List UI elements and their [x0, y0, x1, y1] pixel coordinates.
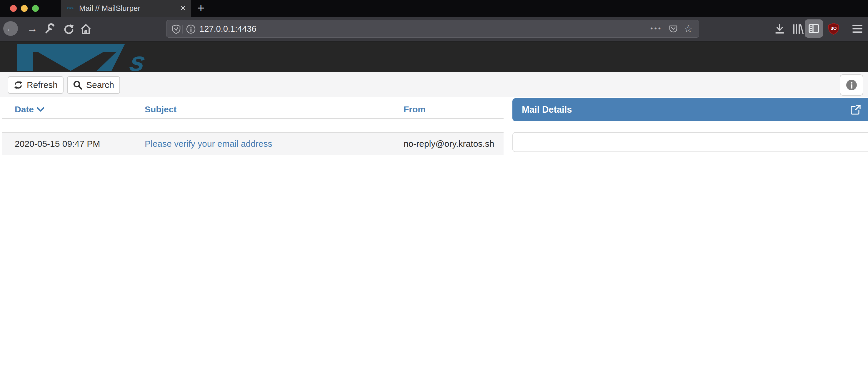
table-row-empty — [2, 119, 503, 132]
mailslurper-logo: s — [8, 43, 167, 72]
table-row[interactable]: 2020-05-15 09:47 PM Please verify your e… — [2, 133, 503, 155]
svg-text:uO: uO — [831, 26, 837, 31]
svg-text:s: s — [128, 47, 148, 72]
home-button[interactable] — [80, 23, 92, 35]
refresh-button-label: Refresh — [27, 80, 58, 90]
bookmark-star-icon[interactable]: ☆ — [684, 20, 693, 37]
mailslurper-favicon: s — [67, 5, 75, 12]
tab-close-icon[interactable]: × — [177, 0, 189, 16]
mailslurper-header: s — [0, 41, 868, 72]
new-tab-button[interactable]: + — [194, 0, 208, 16]
column-header-subject[interactable]: Subject — [145, 103, 177, 116]
macos-close-button[interactable] — [10, 5, 17, 12]
svg-text:s: s — [73, 8, 75, 9]
column-header-date[interactable]: Date — [15, 103, 44, 116]
site-info-icon[interactable] — [186, 24, 196, 34]
sidebar-icon — [808, 23, 820, 34]
back-button[interactable]: ← — [3, 21, 18, 36]
info-icon — [846, 79, 858, 91]
page-actions-icon[interactable]: ••• — [650, 20, 662, 37]
browser-toolbar: ← → 127.0.0.1:4436 ••• — [0, 17, 868, 41]
downloads-icon[interactable] — [774, 23, 785, 35]
mail-date-cell: 2020-05-15 09:47 PM — [15, 133, 100, 155]
refresh-button[interactable]: Refresh — [8, 76, 64, 94]
browser-tab[interactable]: s Mail // MailSlurper × — [61, 0, 191, 17]
sidebar-toggle-button[interactable] — [805, 20, 823, 38]
info-button[interactable] — [840, 74, 863, 96]
search-icon — [73, 80, 82, 90]
refresh-icon — [13, 80, 23, 90]
macos-zoom-button[interactable] — [32, 5, 39, 12]
reload-button[interactable] — [62, 23, 74, 35]
mail-subject-link[interactable]: Please verify your email address — [145, 133, 272, 155]
url-text[interactable]: 127.0.0.1:4436 — [199, 20, 256, 37]
back-arrow-icon: ← — [6, 23, 16, 34]
ublock-origin-icon[interactable]: uO — [828, 23, 839, 35]
mail-details-header: Mail Details — [513, 98, 868, 121]
urlbar-separator — [182, 25, 183, 33]
wrench-icon[interactable] — [43, 23, 55, 35]
pocket-icon[interactable] — [668, 24, 678, 34]
sort-desc-chevron-icon — [37, 107, 44, 112]
tracking-protection-shield-icon[interactable] — [171, 24, 181, 34]
search-button-label: Search — [86, 80, 114, 90]
forward-button[interactable]: → — [25, 21, 39, 36]
toolbar-separator — [845, 18, 845, 39]
mail-from-cell: no-reply@ory.kratos.sh — [404, 133, 494, 155]
column-header-from[interactable]: From — [404, 103, 426, 116]
menu-button[interactable] — [852, 25, 862, 35]
app-toolbar: Refresh Search — [0, 72, 868, 97]
library-icon[interactable] — [792, 23, 804, 35]
mail-details-title: Mail Details — [522, 98, 572, 121]
address-bar[interactable]: 127.0.0.1:4436 ••• ☆ — [166, 20, 699, 38]
tab-title: Mail // MailSlurper — [79, 0, 140, 17]
tab-bar: s Mail // MailSlurper × + — [0, 0, 868, 17]
macos-minimize-button[interactable] — [21, 5, 28, 12]
search-button[interactable]: Search — [67, 76, 120, 94]
open-in-new-window-icon[interactable] — [849, 104, 861, 116]
mail-details-body — [513, 132, 868, 152]
